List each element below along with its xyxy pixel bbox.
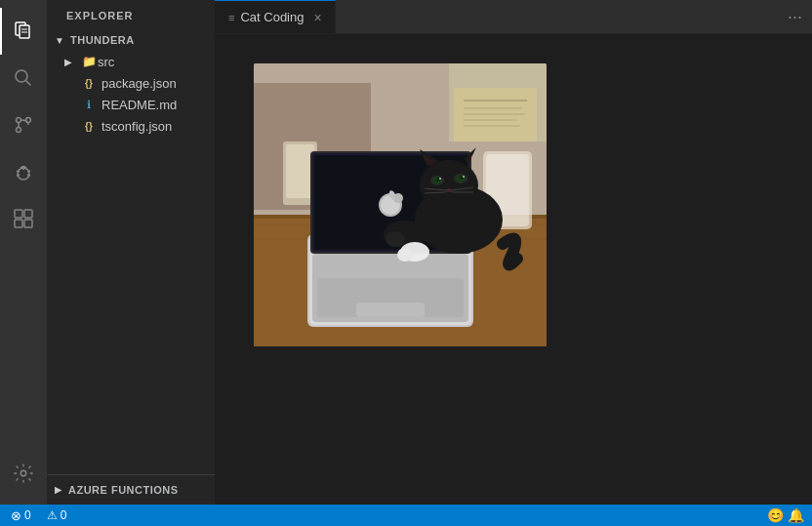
svg-point-10 <box>22 167 25 170</box>
tree-root-thundera[interactable]: ▼ THUNDERA <box>47 29 215 51</box>
status-warnings[interactable]: ⚠ 0 <box>44 508 70 522</box>
src-label: src <box>98 55 215 69</box>
sidebar-header: Explorer <box>47 0 215 27</box>
svg-line-14 <box>27 175 30 176</box>
svg-point-64 <box>439 178 441 180</box>
svg-point-65 <box>463 176 465 178</box>
extensions-activity-icon[interactable] <box>0 195 47 242</box>
status-bar: ⊗ 0 ⚠ 0 😊 🔔 <box>0 505 812 526</box>
svg-point-19 <box>20 470 26 476</box>
status-left: ⊗ 0 ⚠ 0 <box>8 508 69 523</box>
error-count: 0 <box>24 508 31 522</box>
debug-activity-icon[interactable] <box>0 148 47 195</box>
activity-bar <box>0 0 47 505</box>
tree-item-tsconfig[interactable]: {} tsconfig.json <box>47 115 215 137</box>
bell-icon[interactable]: 🔔 <box>788 507 804 523</box>
tree-item-package-json[interactable]: {} package.json <box>47 72 215 94</box>
tab-icon: ≡ <box>228 12 234 23</box>
azure-arrow: ▶ <box>55 485 68 495</box>
status-errors[interactable]: ⊗ 0 <box>8 508 34 523</box>
svg-point-6 <box>17 118 21 123</box>
warning-icon: ⚠ <box>47 508 58 522</box>
svg-point-7 <box>17 128 21 133</box>
source-control-activity-icon[interactable] <box>0 101 47 148</box>
sidebar-content: ▼ THUNDERA ▶ 📁 src {} package.json ℹ REA… <box>47 27 215 474</box>
thundera-label: THUNDERA <box>70 34 215 46</box>
smiley-icon[interactable]: 😊 <box>767 507 784 523</box>
warning-count: 0 <box>61 508 67 522</box>
tab-close-button[interactable]: × <box>309 10 325 25</box>
src-arrow: ▶ <box>64 57 80 67</box>
error-icon: ⊗ <box>11 508 21 523</box>
svg-rect-17 <box>15 220 22 227</box>
azure-functions-header[interactable]: ▶ AZURE FUNCTIONS <box>47 479 215 501</box>
editor-content <box>215 34 812 505</box>
tab-cat-coding[interactable]: ≡ Cat Coding × <box>215 0 336 33</box>
svg-point-72 <box>386 231 405 247</box>
readme-icon: ℹ <box>80 99 98 111</box>
svg-line-11 <box>17 171 20 172</box>
svg-rect-15 <box>15 210 22 218</box>
thundera-arrow: ▼ <box>55 35 70 46</box>
package-json-label: package.json <box>102 76 215 91</box>
svg-point-74 <box>397 248 413 262</box>
svg-line-13 <box>27 171 30 172</box>
package-json-icon: {} <box>80 78 98 89</box>
svg-line-5 <box>26 81 31 86</box>
tree-item-readme[interactable]: ℹ README.md <box>47 94 215 115</box>
tab-bar: ≡ Cat Coding × ··· <box>215 0 812 34</box>
settings-activity-icon[interactable] <box>0 450 47 497</box>
svg-rect-18 <box>24 220 32 227</box>
search-activity-icon[interactable] <box>0 55 47 101</box>
sidebar-bottom: ▶ AZURE FUNCTIONS <box>47 474 215 505</box>
cat-coding-image <box>254 63 547 346</box>
svg-point-66 <box>446 188 452 192</box>
main-editor: ≡ Cat Coding × ··· <box>215 0 812 505</box>
file-tree: ▼ THUNDERA ▶ 📁 src {} package.json ℹ REA… <box>47 27 215 139</box>
svg-rect-29 <box>286 144 314 198</box>
azure-label: AZURE FUNCTIONS <box>68 484 179 496</box>
status-right: 😊 🔔 <box>767 507 804 523</box>
svg-point-53 <box>420 160 478 211</box>
sidebar: Explorer ▼ THUNDERA ▶ 📁 src {} package.j… <box>47 0 215 505</box>
tab-label: Cat Coding <box>240 10 304 24</box>
tsconfig-label: tsconfig.json <box>102 119 215 134</box>
folder-icon: 📁 <box>80 55 98 68</box>
svg-line-12 <box>17 175 20 176</box>
svg-rect-44 <box>356 303 425 317</box>
tsconfig-icon: {} <box>80 121 98 132</box>
readme-label: README.md <box>102 98 215 112</box>
tree-item-src[interactable]: ▶ 📁 src <box>47 51 215 72</box>
files-activity-icon[interactable] <box>0 8 47 55</box>
tab-more-button[interactable]: ··· <box>778 0 812 33</box>
svg-rect-16 <box>24 210 32 218</box>
